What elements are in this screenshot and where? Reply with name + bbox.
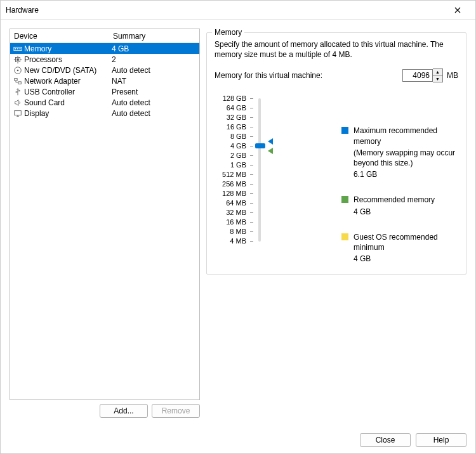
network-icon [13,76,23,86]
header-device[interactable]: Device [10,32,110,41]
memory-slider-area: 128 GB64 GB32 GB16 GB8 GB4 GB2 GB1 GB512… [215,94,458,264]
device-name: Network Adapter [24,77,112,86]
device-name: Processors [24,55,112,64]
memory-input[interactable] [402,69,433,82]
slider-thumb[interactable] [255,143,265,148]
tick-label: 32 MB [226,208,250,217]
close-footer-button[interactable]: Close [360,433,411,447]
legend-swatch [341,196,348,203]
legend-column: Maximum recommended memory(Memory swappi… [341,94,458,264]
hardware-dialog: Hardware Device Summary Memory4 GBProces… [0,0,476,454]
tick-label: 1 GB [230,160,250,170]
device-row-disc[interactable]: New CD/DVD (SATA)Auto detect [10,65,199,75]
tick-mark [250,151,255,160]
tick-mark [250,141,255,151]
disc-icon [13,65,23,75]
tick-mark [250,208,255,217]
left-button-bar: Add... Remove [10,404,200,418]
tick-mark [250,227,255,237]
legend-swatch [341,233,348,240]
svg-rect-3 [20,48,21,49]
help-button[interactable]: Help [416,433,466,447]
svg-rect-5 [17,58,19,61]
header-summary[interactable]: Summary [110,32,199,41]
device-row-display[interactable]: DisplayAuto detect [10,108,199,119]
svg-point-11 [17,69,19,71]
memory-input-row: Memory for this virtual machine: ▲ ▼ MB [215,68,458,82]
list-body: Memory4 GBProcessors2New CD/DVD (SATA)Au… [10,43,199,119]
tick-label: 16 GB [227,122,250,132]
tick-label: 128 MB [222,189,250,198]
right-column: Memory Specify the amount of memory allo… [206,29,466,418]
device-summary: Auto detect [112,98,199,107]
tick-mark [250,189,255,198]
svg-rect-12 [15,78,17,81]
slider-track[interactable] [256,94,272,246]
device-summary: Present [112,88,199,96]
tick-label: 8 MB [230,227,250,237]
cpu-icon [13,55,23,65]
device-row-cpu[interactable]: Processors2 [10,54,199,65]
add-button[interactable]: Add... [100,404,148,418]
tick-mark [250,179,255,189]
tick-mark [250,94,255,103]
memory-spinner: ▲ ▼ MB [402,68,458,82]
legend-title: Recommended memory [354,195,458,205]
tick-marks [250,94,255,264]
device-row-network[interactable]: Network AdapterNAT [10,75,199,86]
left-column: Device Summary Memory4 GBProcessors2New … [10,29,200,418]
spinner-buttons: ▲ ▼ [433,68,443,82]
device-summary: Auto detect [112,109,199,118]
tick-mark [250,113,255,122]
legend-swatch [341,127,348,134]
tick-mark [250,237,255,246]
device-summary: NAT [112,77,199,86]
sound-icon [13,98,23,108]
legend-title: Guest OS recommended minimum [354,232,458,252]
tick-labels: 128 GB64 GB32 GB16 GB8 GB4 GB2 GB1 GB512… [215,94,250,264]
device-row-memory[interactable]: Memory4 GB [10,43,199,54]
recommended-memory-marker [268,148,273,154]
device-name: Display [24,109,112,118]
memory-input-label: Memory for this virtual machine: [215,71,322,80]
tick-label: 16 MB [226,217,250,227]
tick-label: 4 MB [230,237,250,246]
svg-rect-2 [17,48,18,49]
legend-item-green: Recommended memory4 GB [341,195,458,216]
tick-mark [250,170,255,179]
tick-mark [250,132,255,141]
legend-text: Maximum recommended memory(Memory swappi… [354,126,458,179]
tick-mark [250,122,255,132]
svg-rect-16 [15,110,22,115]
legend-text: Guest OS recommended minimum4 GB [354,232,458,264]
tick-label: 2 GB [230,151,250,160]
device-name: USB Controller [24,88,112,96]
spinner-down-button[interactable]: ▼ [433,75,442,82]
slider-rail [258,98,261,242]
tick-mark [250,198,255,208]
device-list: Device Summary Memory4 GBProcessors2New … [10,29,200,400]
tick-mark [250,103,255,113]
content-area: Device Summary Memory4 GBProcessors2New … [1,20,475,427]
titlebar: Hardware [1,1,475,20]
spinner-up-button[interactable]: ▲ [433,69,442,75]
tick-mark [250,217,255,227]
device-row-sound[interactable]: Sound CardAuto detect [10,97,199,108]
list-header: Device Summary [10,29,199,43]
memory-icon [13,44,23,54]
memory-unit: MB [447,71,458,80]
tick-label: 32 GB [227,113,250,122]
legend-title: Maximum recommended memory [354,126,458,146]
legend-item-yellow: Guest OS recommended minimum4 GB [341,232,458,264]
device-row-usb[interactable]: USB ControllerPresent [10,86,199,97]
device-summary: 2 [112,55,199,64]
tick-label: 8 GB [230,132,250,141]
tick-label: 512 MB [222,170,250,179]
legend-text: Recommended memory4 GB [354,195,458,216]
device-name: Sound Card [24,98,112,107]
display-icon [13,108,23,119]
svg-point-14 [16,91,17,93]
device-summary: 4 GB [112,44,199,53]
usb-icon [13,87,23,97]
close-button[interactable] [445,1,470,19]
